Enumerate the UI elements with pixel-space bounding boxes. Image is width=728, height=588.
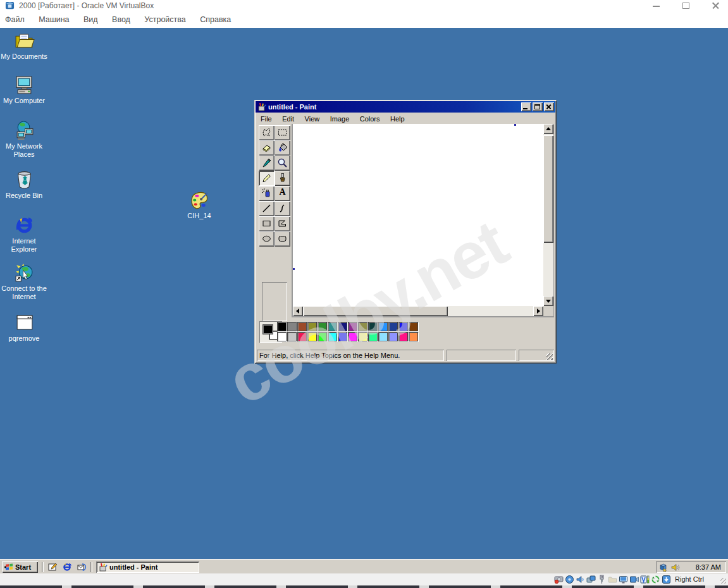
host-menu-view[interactable]: Вид xyxy=(83,15,98,24)
tool-pencil[interactable] xyxy=(259,171,275,186)
horizontal-scrollbar[interactable] xyxy=(293,306,543,316)
palette-color[interactable] xyxy=(368,332,378,341)
vbox-resize-grip[interactable] xyxy=(720,578,726,584)
paint-canvas[interactable] xyxy=(293,124,543,306)
recording-icon[interactable] xyxy=(629,575,639,584)
scroll-up-button[interactable] xyxy=(543,124,553,134)
horizontal-scroll-thumb[interactable] xyxy=(304,306,448,316)
palette-color[interactable] xyxy=(338,322,347,331)
quicklaunch-internet-explorer[interactable] xyxy=(62,562,73,572)
tool-pick-color[interactable] xyxy=(259,156,275,171)
host-menu-file[interactable]: Файл xyxy=(5,15,25,24)
tool-select[interactable] xyxy=(275,125,290,140)
palette-color[interactable] xyxy=(358,322,367,331)
paint-menu-colors[interactable]: Colors xyxy=(356,113,384,123)
palette-color[interactable] xyxy=(378,322,388,331)
palette-color[interactable] xyxy=(338,332,347,341)
tool-fill-with-color[interactable] xyxy=(275,140,290,156)
palette-color[interactable] xyxy=(328,322,337,331)
palette-color[interactable] xyxy=(307,332,317,341)
host-menu-machine[interactable]: Машина xyxy=(39,15,69,24)
start-button[interactable]: Start xyxy=(2,561,38,573)
tool-rounded-rectangle[interactable] xyxy=(275,231,290,247)
virtualbox-guest-tray-icon[interactable] xyxy=(658,563,668,572)
palette-color[interactable] xyxy=(398,322,408,331)
shared-clipboard-icon[interactable] xyxy=(651,575,660,584)
host-maximize-button[interactable] xyxy=(681,1,691,10)
palette-color[interactable] xyxy=(328,332,337,341)
quicklaunch-outlook-express[interactable] xyxy=(77,562,88,572)
scroll-left-button[interactable] xyxy=(293,306,303,316)
drag-and-drop-icon[interactable] xyxy=(662,575,671,584)
host-menu-devices[interactable]: Устройства xyxy=(144,15,185,24)
network-icon[interactable] xyxy=(586,575,596,584)
paint-menu-view[interactable]: View xyxy=(301,113,324,123)
palette-color[interactable] xyxy=(388,332,398,341)
volume-tray-icon[interactable] xyxy=(670,563,680,572)
task-button-paint[interactable]: untitled - Paint xyxy=(96,561,199,573)
canvas-handle[interactable] xyxy=(293,268,295,270)
desktop-icon-internet-explorer[interactable]: Internet Explorer xyxy=(0,215,48,254)
scroll-down-button[interactable] xyxy=(543,296,553,306)
palette-color[interactable] xyxy=(378,332,388,341)
tool-ellipse[interactable] xyxy=(259,231,275,247)
tool-free-form-select[interactable] xyxy=(259,125,275,140)
host-minimize-button[interactable] xyxy=(651,1,661,10)
vertical-scrollbar[interactable] xyxy=(543,124,553,306)
palette-color[interactable] xyxy=(287,332,297,341)
host-close-button[interactable] xyxy=(711,1,720,10)
paint-menu-help[interactable]: Help xyxy=(386,113,409,123)
palette-color[interactable] xyxy=(388,322,398,331)
palette-color[interactable] xyxy=(287,322,297,331)
host-menu-help[interactable]: Справка xyxy=(200,15,231,24)
palette-color[interactable] xyxy=(358,332,367,341)
paint-minimize-button[interactable] xyxy=(521,102,531,111)
tool-airbrush[interactable] xyxy=(259,186,275,201)
optical-drives-icon[interactable] xyxy=(565,575,574,584)
desktop-icon-recycle-bin[interactable]: Recycle Bin xyxy=(0,169,48,200)
desktop-icon-my-computer[interactable]: My Computer xyxy=(0,75,48,105)
palette-color[interactable] xyxy=(348,322,357,331)
palette-color[interactable] xyxy=(318,322,327,331)
paint-menu-image[interactable]: Image xyxy=(326,113,354,123)
tool-options-box[interactable] xyxy=(262,282,287,321)
resize-grip[interactable] xyxy=(546,353,553,360)
paint-titlebar[interactable]: untitled - Paint xyxy=(256,101,555,113)
palette-color[interactable] xyxy=(318,332,327,341)
desktop-icon-pqremove[interactable]: pqremove xyxy=(0,312,48,343)
palette-color[interactable] xyxy=(297,322,307,331)
palette-color[interactable] xyxy=(368,322,378,331)
usb-icon[interactable] xyxy=(597,575,607,584)
palette-color[interactable] xyxy=(277,332,287,341)
palette-color[interactable] xyxy=(398,332,408,341)
paint-close-button[interactable] xyxy=(544,102,554,111)
desktop-icon-cih-14[interactable]: CIH_14 xyxy=(177,190,221,220)
desktop-icon-my-documents[interactable]: My Documents xyxy=(0,30,48,61)
palette-color[interactable] xyxy=(307,322,317,331)
scroll-right-button[interactable] xyxy=(533,306,543,316)
palette-color[interactable] xyxy=(409,322,418,331)
palette-color[interactable] xyxy=(348,332,357,341)
tool-curve[interactable] xyxy=(275,201,290,216)
paint-menu-edit[interactable]: Edit xyxy=(278,113,298,123)
paint-menu-file[interactable]: File xyxy=(257,113,276,123)
display-icon[interactable] xyxy=(619,575,628,584)
tool-eraser[interactable] xyxy=(259,140,275,156)
tool-polygon[interactable] xyxy=(275,216,290,231)
desktop-icon-connect-to-the-internet[interactable]: Connect to the Internet xyxy=(0,262,48,301)
host-menu-input[interactable]: Ввод xyxy=(112,15,130,24)
palette-color[interactable] xyxy=(297,332,307,341)
hard-disks-icon[interactable] xyxy=(554,575,564,584)
shared-folders-icon[interactable] xyxy=(608,575,617,584)
foreground-color-swatch[interactable] xyxy=(263,325,273,334)
tool-magnifier[interactable] xyxy=(275,156,290,171)
palette-color[interactable] xyxy=(277,322,287,331)
paint-maximize-button[interactable] xyxy=(533,102,543,111)
palette-color[interactable] xyxy=(409,332,418,341)
tool-brush[interactable] xyxy=(275,171,290,186)
canvas-handle[interactable] xyxy=(514,124,516,126)
tool-text[interactable]: A xyxy=(275,186,290,201)
quicklaunch-show-desktop[interactable] xyxy=(47,562,59,572)
audio-icon[interactable] xyxy=(576,575,585,584)
tool-line[interactable] xyxy=(259,201,275,216)
